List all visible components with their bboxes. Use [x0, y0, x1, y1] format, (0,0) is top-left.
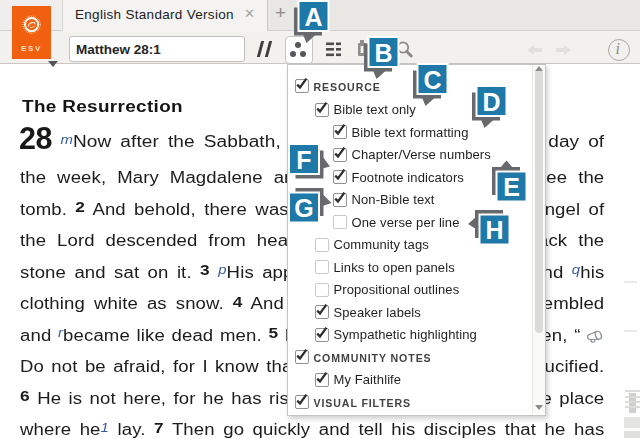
svg-text:E: E: [503, 173, 520, 201]
svg-text:A: A: [304, 2, 322, 30]
svg-text:F: F: [296, 146, 311, 174]
svg-text:C: C: [423, 65, 441, 93]
svg-text:D: D: [482, 87, 500, 115]
svg-text:G: G: [294, 194, 313, 222]
svg-text:B: B: [374, 39, 392, 67]
svg-text:H: H: [485, 216, 503, 244]
